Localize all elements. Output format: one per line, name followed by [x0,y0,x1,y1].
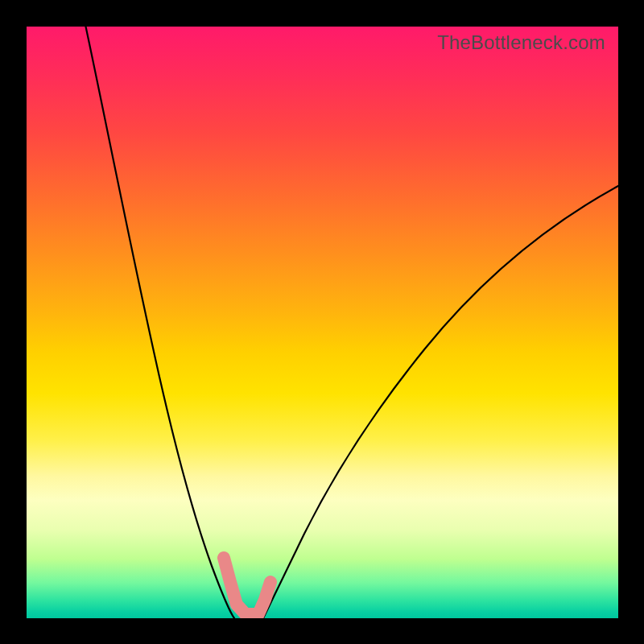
left-curve [86,27,235,618]
chart-frame: TheBottleneck.com [0,0,644,644]
right-curve [263,186,618,618]
chart-svg [27,27,618,618]
plot-area: TheBottleneck.com [27,27,618,618]
pink-marker [224,558,270,614]
